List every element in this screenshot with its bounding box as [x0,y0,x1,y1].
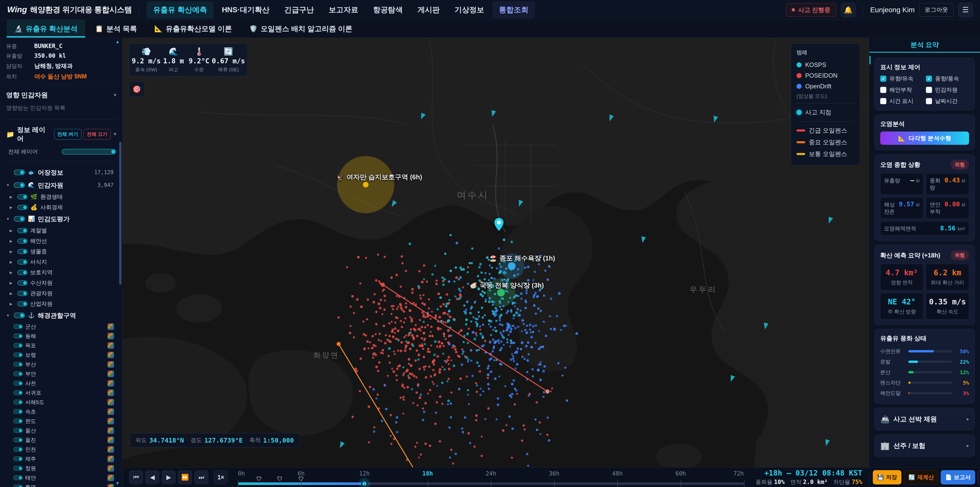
layer-legend-chip-icon[interactable] [107,427,114,434]
nav-item-7[interactable]: 기상정보 [448,1,491,19]
tab-4[interactable]: 🛡️오일펜스 배치 알고리즘 이론 [242,20,360,38]
caret-right-icon[interactable]: ▶ [10,239,15,243]
logout-button[interactable]: 로그아웃 [919,3,953,17]
caret-right-icon[interactable]: ▶ [10,228,15,233]
oilfence-shield-icon[interactable]: 🛡 [298,476,304,482]
layer-toggle[interactable] [13,447,23,452]
impact-section-header[interactable]: 영향 민감자원 ▼ [6,88,117,101]
display-option[interactable]: ✓풍향/풍속 [926,75,969,83]
playback-speed-button[interactable]: 1× [214,470,228,484]
vessel-spec-card[interactable]: 🚢 사고 선박 제원 ▸ [874,408,975,430]
incident-location-pin[interactable] [493,217,505,232]
jurisdiction-row[interactable]: 부산 [6,359,117,369]
layer-group-row[interactable]: ▼🌊민감자원3,947 [6,179,117,192]
layer-legend-chip-icon[interactable] [107,408,114,415]
jurisdiction-row[interactable]: 태안 [6,473,117,482]
layer-toggle[interactable] [13,466,23,471]
jurisdiction-row[interactable]: 제주 [6,454,117,463]
layer-legend-chip-icon[interactable] [107,465,114,472]
jurisdiction-row[interactable]: 울산 [6,426,117,435]
caret-icon[interactable]: ▼ [6,183,11,187]
layer-toggle[interactable] [13,324,23,329]
layer-legend-chip-icon[interactable] [107,323,114,330]
layer-group-row[interactable]: 🐟어장정보17,129 [6,166,117,179]
action-button-역추적[interactable]: 🔍역추적 [978,470,980,484]
checkbox-icon[interactable] [880,98,886,104]
timeline-slider[interactable]: 0h6h12h18h24h36h48h60h72h🛡🛡🛡 [238,468,744,487]
panel-scrollbar[interactable] [870,56,870,64]
playback-skip-start-button[interactable]: ⏮ [129,470,143,484]
caret-right-icon[interactable]: ▶ [10,270,15,275]
caret-right-icon[interactable]: ▶ [10,281,15,285]
layer-legend-chip-icon[interactable] [107,446,114,453]
playback-fast-forward-button[interactable]: ⏩ [178,470,192,484]
timeline-track[interactable] [238,482,744,485]
layer-toggle[interactable] [18,238,27,244]
jurisdiction-row[interactable]: 인천 [6,445,117,454]
layer-toggle[interactable] [13,381,23,386]
nav-item-5[interactable]: 항공탐색 [366,1,409,19]
layer-toggle[interactable] [18,259,27,265]
layer-legend-chip-icon[interactable] [107,399,114,406]
display-option[interactable]: 민감자원 [926,86,969,94]
layer-toggle[interactable] [18,228,27,233]
checkbox-icon[interactable]: ✓ [880,76,886,82]
layer-legend-chip-icon[interactable] [107,390,114,396]
layer-toggle[interactable] [13,353,23,357]
nav-item-6[interactable]: 게시판 [411,1,446,19]
jurisdiction-row[interactable]: 창원 [6,463,117,473]
jurisdiction-row[interactable]: 사천 [6,378,117,388]
layer-toggle[interactable] [14,182,25,188]
caret-right-icon[interactable]: ▶ [10,291,15,295]
checkbox-icon[interactable] [880,87,886,93]
display-option[interactable]: 해안부착 [880,86,923,94]
jurisdiction-row[interactable]: 통영 [6,482,117,487]
display-option[interactable]: 시간 표시 [880,97,923,105]
layer-toggle[interactable] [18,205,27,210]
caret-icon[interactable]: ▼ [6,313,11,318]
polygon-analysis-button[interactable]: 📐 다각형 분석수행 [880,131,969,145]
caret-right-icon[interactable]: ▶ [10,302,15,306]
tab-1[interactable]: 🔬유출유 확산분석 [6,20,85,38]
action-button-저장[interactable]: 💾저장 [873,470,901,484]
checkbox-icon[interactable]: ✓ [926,76,932,82]
notifications-button[interactable]: 🔔 [841,3,856,18]
layer-legend-chip-icon[interactable] [107,333,114,339]
nav-item-8[interactable]: 통합조회 [492,1,535,19]
tab-3[interactable]: 📐유출유확산모델 이론 [146,20,239,38]
layer-legend-chip-icon[interactable] [107,370,114,377]
nav-item-4[interactable]: 보고자료 [322,1,365,19]
sidebar-scrollbar[interactable] [119,142,121,285]
layer-toggle[interactable] [13,428,23,433]
layer-toggle[interactable] [14,169,25,175]
layer-child-row[interactable]: ▶생물종 [6,246,117,257]
jurisdiction-row[interactable]: 군산 [6,322,117,331]
nav-item-2[interactable]: HNS·대기확산 [215,1,276,19]
layer-toggle[interactable] [13,362,23,367]
layer-toggle[interactable] [18,194,27,200]
layer-toggle[interactable] [13,475,23,480]
layer-toggle[interactable] [13,457,23,461]
layer-toggle[interactable] [18,270,27,275]
layer-child-row[interactable]: ▶수산자원 [6,278,117,288]
protection-zone-marker[interactable]: 🦅여자만 습지보호구역 (6h) [336,172,422,182]
master-layer-toggle[interactable] [62,149,116,155]
nav-item-3[interactable]: 긴급구난 [278,1,321,19]
caret-right-icon[interactable]: ▶ [10,205,15,209]
layer-child-row[interactable]: ▶해안선 [6,236,117,246]
layer-legend-chip-icon[interactable] [107,361,114,368]
hamburger-menu-button[interactable]: ☰ [958,3,973,18]
layer-toggle[interactable] [13,390,23,395]
layer-toggle[interactable] [18,301,27,307]
layer-toggle[interactable] [13,485,23,487]
jurisdiction-row[interactable]: 서해5도 [6,398,117,407]
jurisdiction-row[interactable]: 목포 [6,341,117,350]
layer-legend-chip-icon[interactable] [107,342,114,349]
all-layers-off-button[interactable]: 전체 끄기 [83,129,111,140]
layer-toggle[interactable] [18,249,27,254]
layer-group-row[interactable]: ▼📊민감도평가 [6,212,117,225]
oilfence-shield-icon[interactable]: 🛡 [256,476,262,482]
owner-insurance-card[interactable]: 🏢 선주 / 보험 ▸ [874,434,975,457]
jurisdiction-row[interactable]: 보령 [6,350,117,359]
layer-toggle[interactable] [14,216,25,222]
